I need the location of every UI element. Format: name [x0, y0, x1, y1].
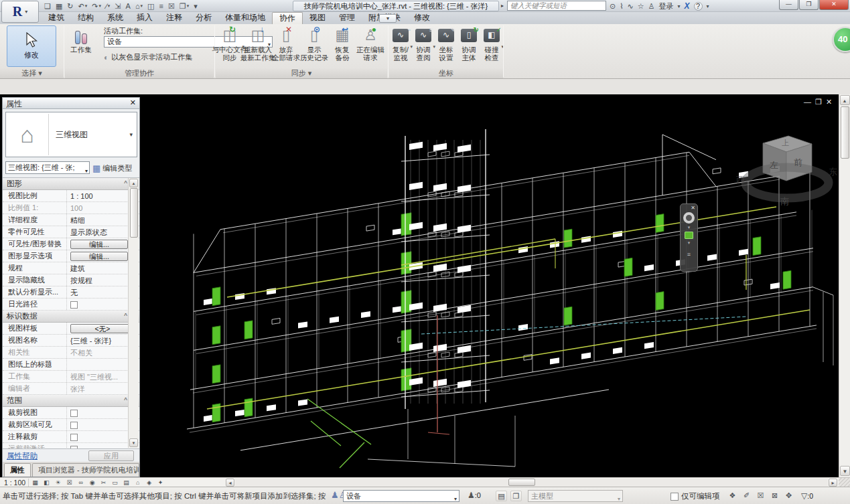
reload-latest-button[interactable]: ◫↓ 重新载入 最新工作集	[244, 24, 272, 62]
reveal-hidden-elements-icon[interactable]: ◉	[87, 479, 97, 487]
sync-central-icon[interactable]: ↻	[66, 1, 74, 11]
subscription-icon[interactable]: ∿	[628, 2, 634, 11]
deselect-pinned-icon[interactable]: ⊠	[769, 491, 780, 501]
properties-scroll-thumb[interactable]	[130, 188, 138, 238]
worksharing-display-icon[interactable]: ▤	[121, 479, 131, 487]
ribbon-tab[interactable]: 体量和场地	[218, 12, 272, 24]
ribbon-tab[interactable]: 系统	[100, 12, 130, 24]
editable-only-checkbox[interactable]	[670, 493, 679, 501]
redo-icon[interactable]: ↷▾	[90, 1, 102, 11]
editable-only-toggle[interactable]: 仅可编辑项	[670, 491, 720, 501]
ribbon-tab[interactable]: 分析	[189, 12, 218, 24]
show-history-button[interactable]: ▯⊙ 显示 历史记录	[300, 24, 328, 62]
temporary-view-properties-icon[interactable]: ⌂	[133, 479, 143, 487]
save-icon[interactable]: ▦	[54, 1, 64, 11]
section-icon[interactable]: ◫	[146, 1, 155, 11]
model-canvas[interactable]: 前左上南西东	[140, 94, 839, 477]
close-button[interactable]: ✕	[819, 0, 849, 10]
exchange-apps-icon[interactable]: X	[685, 1, 690, 11]
scroll-left-icon[interactable]: ◂	[226, 479, 234, 487]
properties-help-link[interactable]: 属性帮助	[7, 451, 38, 461]
group-header-graphics[interactable]: 图形^	[3, 178, 139, 190]
maximize-button[interactable]: ❐	[799, 0, 819, 10]
type-selector[interactable]: ⌂ 三维视图 ▾	[5, 112, 137, 157]
resize-grip[interactable]	[839, 478, 850, 487]
signin-caret-icon[interactable]: ▾	[678, 3, 681, 9]
property-checkbox[interactable]	[70, 434, 78, 441]
synchronize-panel-label[interactable]: 同步 ▾	[216, 68, 387, 78]
vertical-scrollbar[interactable]: ▲ ▼	[839, 94, 850, 477]
view-minimize-icon[interactable]: —	[804, 98, 815, 106]
signin-icon[interactable]: ♙	[648, 2, 655, 11]
text-icon[interactable]: A	[125, 1, 132, 11]
coordinate-panel-label[interactable]: 坐标	[389, 68, 503, 78]
ribbon-tab[interactable]: 插入	[130, 12, 159, 24]
search-icon[interactable]: ⊙	[610, 2, 616, 11]
relinquish-all-button[interactable]: ▯✕ 放弃 全部请求	[272, 24, 300, 62]
instance-selector[interactable]: 三维视图: {三维 - 张; ▾	[5, 161, 90, 174]
palette-tab[interactable]: 项目浏览器 - 技师学院机电培训...	[32, 463, 139, 477]
scroll-up-icon[interactable]: ▲	[129, 179, 138, 187]
property-checkbox[interactable]	[70, 410, 78, 417]
select-panel-label[interactable]: 选择 ▾	[0, 68, 64, 78]
property-checkbox[interactable]	[70, 422, 78, 429]
selection-toggle-icon[interactable]: ✦	[155, 479, 165, 487]
property-edit-button[interactable]: 编辑...	[70, 240, 128, 249]
scroll-down-icon[interactable]: ▼	[840, 466, 850, 476]
deselect-links-icon[interactable]: ☒	[755, 491, 766, 501]
design-option-select[interactable]: 主模型 ▾	[528, 490, 623, 502]
active-workset-status-select[interactable]: 设备 ▾	[343, 490, 459, 502]
close-hidden-windows-icon[interactable]: ☒	[167, 1, 176, 11]
vertical-scroll-thumb[interactable]	[841, 106, 849, 159]
open-file-icon[interactable]: ❏	[43, 1, 52, 11]
visual-style-icon[interactable]: ◧	[42, 479, 52, 487]
customize-qat-icon[interactable]: ▾	[192, 1, 199, 11]
navbar-menu-icon[interactable]: ≡	[687, 251, 691, 258]
undo-icon[interactable]: ↶▾	[77, 1, 89, 11]
scroll-down-icon[interactable]: ▼	[129, 438, 138, 447]
zoom-tool-icon[interactable]	[685, 232, 693, 239]
restore-backup-button[interactable]: ▦↩ 恢复 备份	[328, 24, 356, 62]
temporary-hide-isolate-icon[interactable]: ∞	[76, 479, 86, 487]
steering-wheel-icon[interactable]	[683, 212, 695, 224]
property-checkbox[interactable]	[70, 301, 78, 309]
edit-type-button[interactable]: ▦ 编辑类型	[92, 161, 132, 175]
help-caret-icon[interactable]: ▾	[707, 3, 709, 9]
worksets-dialog-icon[interactable]: ▤	[496, 491, 507, 501]
view-close-icon[interactable]: ✕	[826, 98, 836, 106]
palette-tab[interactable]: 属性	[4, 463, 31, 477]
select-by-face-icon[interactable]: ✥	[783, 491, 794, 501]
view-scale-button[interactable]: 1 : 100	[1, 479, 29, 487]
properties-scrollbar[interactable]: ▲ ▼	[128, 178, 139, 448]
title-expand-icon[interactable]: ▸	[501, 3, 504, 9]
minimize-button[interactable]: —	[779, 0, 798, 10]
default-3d-view-icon[interactable]: ⌂▾	[134, 1, 144, 11]
communication-center-badge[interactable]: 40	[833, 27, 850, 52]
navbar-close-icon[interactable]: ✕	[691, 205, 695, 211]
apply-button[interactable]: 应用	[88, 450, 134, 461]
reveal-constraints-icon[interactable]: ◈	[144, 479, 154, 487]
coordination-review-button[interactable]: ∿≡ 协调 查阅 ▾	[412, 24, 435, 62]
group-header-extents[interactable]: 范围^	[3, 395, 139, 407]
horizontal-scrollbar[interactable]	[235, 479, 828, 487]
application-menu-button[interactable]: R ▾	[1, 1, 39, 23]
infocenter-search-input[interactable]: 键入关键字或短语	[507, 1, 606, 11]
ribbon-tab[interactable]: 注释	[159, 12, 189, 24]
scroll-up-icon[interactable]: ▲	[840, 95, 850, 105]
properties-close-icon[interactable]: ✕	[130, 98, 136, 107]
ribbon-tab[interactable]: 修改	[407, 12, 437, 24]
chevron-down-icon[interactable]: ▾	[688, 225, 691, 230]
properties-header[interactable]: 属性 ✕	[3, 98, 139, 109]
copy-monitor-button[interactable]: ∿◦ 复制/ 监视 ▾	[389, 24, 412, 62]
chevron-down-icon[interactable]: ▾	[688, 240, 691, 246]
design-options-icon[interactable]: ❐	[510, 491, 522, 501]
interference-check-button[interactable]: ◧✓ 碰撞 检查 ▾	[480, 24, 503, 62]
ribbon-tab[interactable]: 管理	[332, 12, 362, 24]
edit-selection-icon[interactable]: ✐	[741, 491, 752, 501]
ribbon-tab[interactable]: 建筑	[42, 12, 71, 24]
signin-button[interactable]: 登录	[659, 1, 674, 11]
editing-requests-status[interactable]: ♟:0	[468, 491, 481, 500]
coordination-host-button[interactable]: ▯↻ 协调 主体	[457, 24, 480, 62]
measure-icon[interactable]: ∕▾	[104, 1, 111, 11]
coordinate-settings-button[interactable]: ∿✎ 坐标 设置	[435, 24, 457, 62]
